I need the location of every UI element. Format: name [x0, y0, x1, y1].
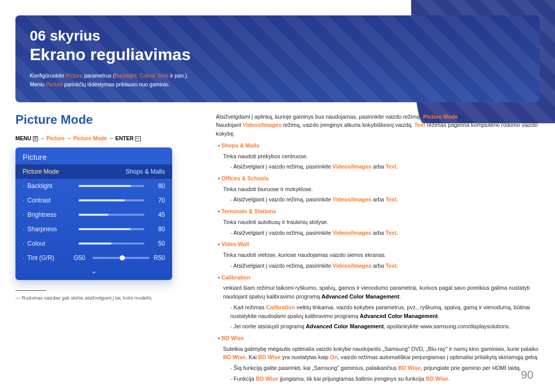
- menu-path: MENU Ⅲ → Picture → Picture Mode → ENTER …: [15, 135, 201, 141]
- tint-row[interactable]: · Tint (G/R) G50 R50: [15, 251, 172, 264]
- chapter-title: Ekrano reguliavimas: [30, 45, 525, 64]
- mode-label: Picture Mode: [23, 168, 59, 175]
- backlight-row[interactable]: ·Backlight 80: [15, 179, 172, 193]
- menu-icon: Ⅲ: [33, 136, 38, 141]
- contrast-slider[interactable]: [79, 199, 144, 201]
- section-title: Picture Mode: [15, 113, 201, 127]
- description-text: Atsižvelgdami į aplinką, kurioje gaminys…: [216, 113, 540, 385]
- tint-slider[interactable]: [92, 257, 150, 259]
- contrast-row[interactable]: ·Contrast 70: [15, 193, 172, 208]
- divider: [15, 290, 46, 291]
- chapter-header: 06 skyrius Ekrano reguliavimas Konfigūru…: [15, 15, 540, 102]
- chevron-down-icon[interactable]: ⌄: [15, 264, 172, 280]
- panel-title: Picture: [15, 147, 172, 164]
- picture-mode-row[interactable]: Picture Mode Shops & Malls: [15, 164, 172, 179]
- brightness-row[interactable]: ·Brightness 45: [15, 208, 172, 222]
- enter-icon: ↵: [135, 136, 141, 141]
- chapter-number: 06 skyrius: [30, 28, 525, 44]
- sharpness-slider[interactable]: [79, 228, 144, 230]
- colour-slider[interactable]: [79, 242, 144, 245]
- chapter-intro: Konfigūruokite Picture parametrus (Backl…: [30, 71, 525, 89]
- picture-panel: Picture Picture Mode Shops & Malls ·Back…: [15, 147, 172, 280]
- footnote: ― Rodomas vaizdas gali skirtis atsižvelg…: [15, 295, 201, 301]
- sharpness-row[interactable]: ·Sharpness 80: [15, 222, 172, 236]
- colour-row[interactable]: ·Colour 50: [15, 236, 172, 251]
- mode-value: Shops & Malls: [125, 168, 165, 175]
- brightness-slider[interactable]: [79, 214, 144, 216]
- backlight-slider[interactable]: [79, 185, 144, 187]
